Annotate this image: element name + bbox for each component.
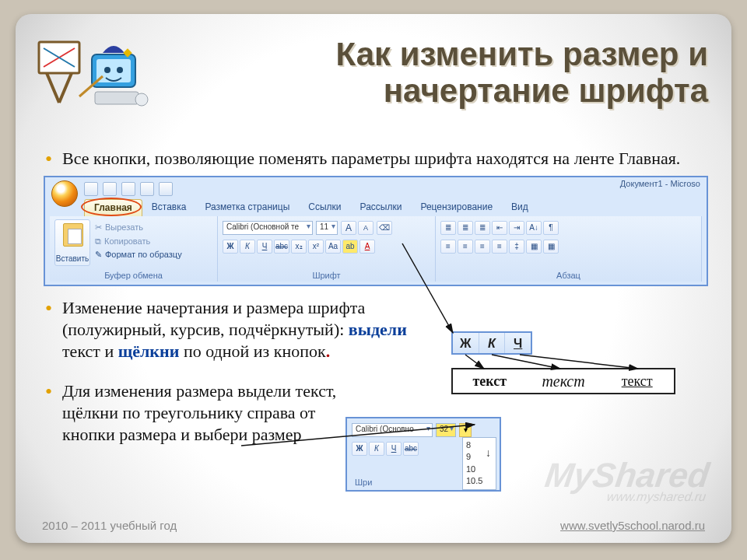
- para-row-1: ≣ ≣ ≣ ⇤ ⇥ A↓ ¶: [440, 221, 697, 235]
- paste-label: Вставить: [55, 254, 89, 263]
- footer: 2010 – 2011 учебный год www.svetly5schoo…: [16, 519, 731, 532]
- group-caption-clipboard: Буфер обмена: [50, 271, 217, 280]
- mini-size-row2: Ж К Ч abc: [352, 442, 419, 456]
- mini-size-dropdown-button: ▾: [459, 423, 472, 437]
- mini-size-row1: Calibri (Основно 32 ▾: [352, 423, 472, 437]
- mini-bold-btn: Ж: [352, 442, 367, 456]
- slide-title: Как изменить размер и начертание шрифта: [163, 36, 708, 109]
- clipboard-icon: [63, 223, 83, 247]
- multilevel-icon: ≣: [475, 221, 490, 235]
- office-button-icon: [51, 180, 78, 207]
- sample-bold: текст: [453, 369, 527, 393]
- mini-italic: К: [479, 333, 506, 353]
- group-font: Calibri (Основной те 11 A A ⌫ Ж К Ч abc: [218, 216, 436, 282]
- svg-rect-10: [95, 92, 139, 104]
- bullet-2: Изменение начертания и размера шрифта (п…: [45, 297, 419, 362]
- window-title: Документ1 - Microso: [620, 179, 700, 188]
- qa-save-icon: [84, 182, 98, 196]
- b3-text: Для изменения размера выдели текст, щёлк…: [62, 381, 336, 444]
- header: Как изменить размер и начертание шрифта: [16, 14, 731, 135]
- subscript-button: x₂: [291, 240, 307, 254]
- size-opt-3: 10.5: [466, 475, 493, 487]
- word-ribbon-screenshot: Документ1 - Microso Главная Вставка Разм…: [44, 176, 708, 286]
- clear-format-icon: ⌫: [377, 221, 392, 235]
- strike-button: abc: [274, 240, 289, 254]
- mini-bold: Ж: [453, 333, 479, 353]
- mini-underline: Ч: [505, 333, 531, 353]
- underline-button: Ч: [257, 240, 272, 254]
- group-clipboard: Вставить Вырезать Копировать Формат по о…: [50, 216, 218, 282]
- svg-point-12: [135, 93, 148, 106]
- group-paragraph: ≣ ≣ ≣ ⇤ ⇥ A↓ ¶ ≡ ≡ ≡ ≡ ‡ ▦: [436, 216, 702, 282]
- svg-rect-6: [96, 59, 131, 82]
- tab-layout: Разметка страницы: [195, 199, 299, 216]
- change-case-button: Aa: [325, 240, 341, 254]
- footer-left: 2010 – 2011 учебный год: [42, 519, 177, 532]
- align-right-icon: ≡: [475, 240, 490, 254]
- pilcrow-icon: ¶: [543, 221, 559, 235]
- borders-icon: ▦: [543, 240, 559, 254]
- b2-mid: текст и: [62, 341, 118, 361]
- b2-dot: .: [326, 341, 331, 361]
- b2-a: Изменение начертания и размера шрифта (п…: [62, 298, 365, 339]
- font-color-button: A: [359, 240, 375, 254]
- mascot-illustration: [33, 31, 149, 124]
- sample-italic: текст: [527, 369, 601, 393]
- bullets-icon: ≣: [440, 221, 456, 235]
- tab-home: Главная: [84, 199, 142, 216]
- slide: Как изменить размер и начертание шрифта …: [16, 14, 731, 543]
- text-samples: текст текст текст: [451, 368, 675, 394]
- tab-references: Ссылки: [299, 199, 350, 216]
- svg-line-4: [59, 73, 72, 103]
- quick-access-toolbar: [84, 182, 173, 196]
- align-center-icon: ≡: [458, 240, 473, 254]
- qa-redo-icon: [121, 182, 135, 196]
- sort-icon: A↓: [526, 221, 542, 235]
- tab-mailings: Рассылки: [351, 199, 412, 216]
- format-painter-command: Формат по образцу: [95, 248, 182, 262]
- bullet-list: Все кнопки, позволяющие поменять парамет…: [45, 148, 714, 170]
- tab-insert: Вставка: [142, 199, 196, 216]
- font-family-combo: Calibri (Основной те: [223, 221, 313, 235]
- paste-button: Вставить: [54, 219, 90, 266]
- b2-bold1: выдели: [349, 320, 407, 339]
- qa-pilcrow-icon: [159, 182, 173, 196]
- font-size-steppers: A A: [341, 221, 374, 235]
- shading-icon: ▦: [526, 240, 542, 254]
- group-caption-font: Шрифт: [218, 271, 435, 280]
- highlight-button: ab: [342, 240, 358, 254]
- bullet-3: Для изменения размера выдели текст, щёлк…: [45, 380, 341, 446]
- qa-undo-icon: [103, 182, 117, 196]
- ribbon-groups: Вставить Вырезать Копировать Формат по о…: [50, 216, 702, 282]
- mini-size-caption: Шри: [355, 478, 372, 487]
- align-left-icon: ≡: [440, 240, 456, 254]
- bullet-1-text: Все кнопки, позволяющие поменять парамет…: [62, 149, 680, 168]
- content: Все кнопки, позволяющие поменять парамет…: [45, 148, 714, 452]
- b2-bold2: щёлкни: [118, 341, 180, 361]
- dropdown-arrow-icon: ↓: [486, 446, 491, 461]
- sample-underline: текст: [600, 369, 674, 393]
- ribbon-tabs: Главная Вставка Разметка страницы Ссылки…: [84, 199, 538, 216]
- font-row-2: Ж К Ч abc x₂ x² Aa ab A: [223, 240, 375, 254]
- watermark: MyShared www.myshared.ru: [541, 456, 711, 504]
- mini-font-family: Calibri (Основно: [352, 423, 433, 437]
- svg-point-8: [117, 67, 123, 73]
- size-opt-2: 10: [466, 464, 493, 475]
- tab-review: Рецензирование: [411, 199, 502, 216]
- b2-end: по одной из кнопок: [179, 341, 325, 361]
- group-caption-paragraph: Абзац: [436, 271, 701, 280]
- justify-icon: ≡: [492, 240, 507, 254]
- qa-print-icon: [140, 182, 154, 196]
- italic-button: К: [240, 240, 255, 254]
- grow-font-icon: A: [341, 221, 356, 235]
- mini-underline-btn: Ч: [386, 442, 402, 456]
- numbering-icon: ≣: [458, 221, 473, 235]
- mini-italic-btn: К: [369, 442, 384, 456]
- tab-view: Вид: [502, 199, 538, 216]
- bold-italic-underline-sample: Ж К Ч: [451, 331, 532, 355]
- footer-link[interactable]: www.svetly5school.narod.ru: [560, 519, 705, 532]
- bold-button: Ж: [223, 240, 238, 254]
- bullet-1: Все кнопки, позволяющие поменять парамет…: [45, 148, 714, 170]
- font-size-dropdown-sample: Calibri (Основно 32 ▾ Ж К Ч abc Шри 8 9 …: [345, 417, 501, 492]
- font-row-1: Calibri (Основной те 11 A A ⌫: [223, 221, 392, 235]
